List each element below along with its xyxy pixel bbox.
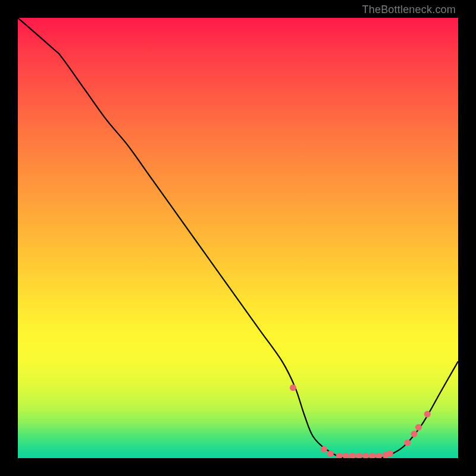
marker-dot bbox=[356, 453, 362, 458]
marker-dot bbox=[411, 431, 418, 437]
marker-dot bbox=[327, 450, 334, 457]
marker-dot bbox=[336, 453, 343, 458]
marker-dot bbox=[290, 384, 296, 391]
marker-dot bbox=[369, 453, 375, 458]
marker-dot bbox=[424, 411, 431, 418]
series-markers bbox=[290, 384, 431, 458]
marker-dot bbox=[321, 446, 327, 453]
marker-dot bbox=[362, 453, 369, 458]
marker-dot bbox=[404, 440, 411, 446]
marker-dot bbox=[387, 450, 393, 457]
marker-dot bbox=[343, 453, 349, 458]
attribution-label: TheBottleneck.com bbox=[362, 4, 456, 16]
plot-area bbox=[18, 18, 458, 458]
marker-dot bbox=[415, 424, 422, 431]
marker-dot bbox=[375, 453, 382, 458]
marker-dot bbox=[349, 453, 356, 458]
chart-svg bbox=[18, 18, 458, 458]
chart-frame: TheBottleneck.com bbox=[0, 0, 476, 476]
series-curve bbox=[18, 18, 458, 458]
